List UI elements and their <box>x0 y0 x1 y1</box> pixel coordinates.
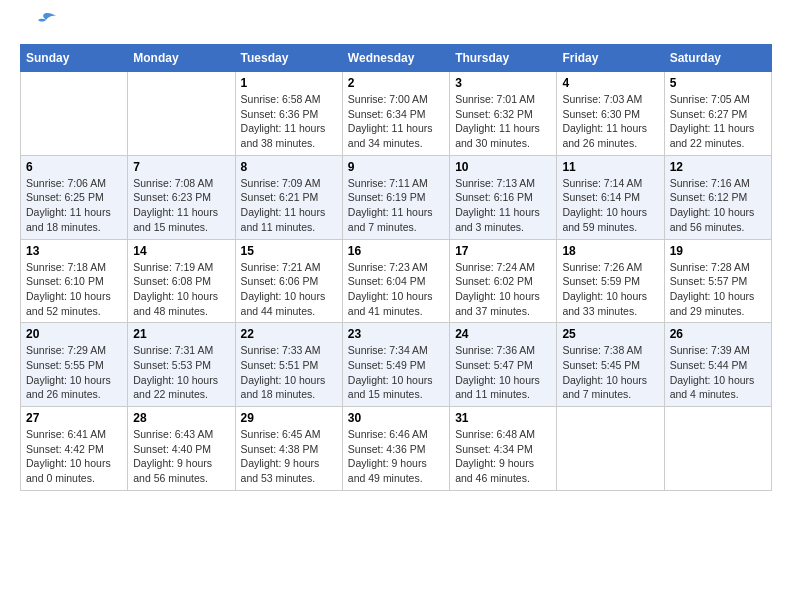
day-info: Sunrise: 6:41 AMSunset: 4:42 PMDaylight:… <box>26 427 122 486</box>
day-number: 10 <box>455 160 551 174</box>
day-number: 8 <box>241 160 337 174</box>
day-info: Sunrise: 7:01 AMSunset: 6:32 PMDaylight:… <box>455 92 551 151</box>
weekday-header: Tuesday <box>235 45 342 72</box>
calendar-cell: 9Sunrise: 7:11 AMSunset: 6:19 PMDaylight… <box>342 155 449 239</box>
day-number: 23 <box>348 327 444 341</box>
calendar-cell: 4Sunrise: 7:03 AMSunset: 6:30 PMDaylight… <box>557 72 664 156</box>
calendar-cell: 5Sunrise: 7:05 AMSunset: 6:27 PMDaylight… <box>664 72 771 156</box>
calendar-cell: 29Sunrise: 6:45 AMSunset: 4:38 PMDayligh… <box>235 407 342 491</box>
day-number: 21 <box>133 327 229 341</box>
day-info: Sunrise: 7:06 AMSunset: 6:25 PMDaylight:… <box>26 176 122 235</box>
day-number: 27 <box>26 411 122 425</box>
weekday-header: Wednesday <box>342 45 449 72</box>
day-info: Sunrise: 7:16 AMSunset: 6:12 PMDaylight:… <box>670 176 766 235</box>
day-number: 6 <box>26 160 122 174</box>
weekday-header: Friday <box>557 45 664 72</box>
calendar-week-row: 6Sunrise: 7:06 AMSunset: 6:25 PMDaylight… <box>21 155 772 239</box>
calendar-cell: 19Sunrise: 7:28 AMSunset: 5:57 PMDayligh… <box>664 239 771 323</box>
calendar-cell: 24Sunrise: 7:36 AMSunset: 5:47 PMDayligh… <box>450 323 557 407</box>
day-info: Sunrise: 7:23 AMSunset: 6:04 PMDaylight:… <box>348 260 444 319</box>
day-info: Sunrise: 7:08 AMSunset: 6:23 PMDaylight:… <box>133 176 229 235</box>
day-number: 24 <box>455 327 551 341</box>
day-info: Sunrise: 7:36 AMSunset: 5:47 PMDaylight:… <box>455 343 551 402</box>
day-number: 5 <box>670 76 766 90</box>
weekday-header: Thursday <box>450 45 557 72</box>
day-info: Sunrise: 6:58 AMSunset: 6:36 PMDaylight:… <box>241 92 337 151</box>
day-info: Sunrise: 6:43 AMSunset: 4:40 PMDaylight:… <box>133 427 229 486</box>
calendar-cell: 31Sunrise: 6:48 AMSunset: 4:34 PMDayligh… <box>450 407 557 491</box>
calendar-cell: 17Sunrise: 7:24 AMSunset: 6:02 PMDayligh… <box>450 239 557 323</box>
day-number: 15 <box>241 244 337 258</box>
day-info: Sunrise: 6:48 AMSunset: 4:34 PMDaylight:… <box>455 427 551 486</box>
calendar-cell: 3Sunrise: 7:01 AMSunset: 6:32 PMDaylight… <box>450 72 557 156</box>
day-number: 11 <box>562 160 658 174</box>
day-info: Sunrise: 7:03 AMSunset: 6:30 PMDaylight:… <box>562 92 658 151</box>
day-info: Sunrise: 7:29 AMSunset: 5:55 PMDaylight:… <box>26 343 122 402</box>
calendar-cell: 16Sunrise: 7:23 AMSunset: 6:04 PMDayligh… <box>342 239 449 323</box>
day-number: 19 <box>670 244 766 258</box>
calendar-cell <box>21 72 128 156</box>
day-info: Sunrise: 7:34 AMSunset: 5:49 PMDaylight:… <box>348 343 444 402</box>
logo-bird-icon <box>24 12 56 34</box>
calendar-cell: 15Sunrise: 7:21 AMSunset: 6:06 PMDayligh… <box>235 239 342 323</box>
day-info: Sunrise: 7:33 AMSunset: 5:51 PMDaylight:… <box>241 343 337 402</box>
calendar-week-row: 27Sunrise: 6:41 AMSunset: 4:42 PMDayligh… <box>21 407 772 491</box>
day-number: 4 <box>562 76 658 90</box>
day-number: 1 <box>241 76 337 90</box>
calendar-cell: 26Sunrise: 7:39 AMSunset: 5:44 PMDayligh… <box>664 323 771 407</box>
day-info: Sunrise: 7:26 AMSunset: 5:59 PMDaylight:… <box>562 260 658 319</box>
calendar-cell: 2Sunrise: 7:00 AMSunset: 6:34 PMDaylight… <box>342 72 449 156</box>
day-number: 18 <box>562 244 658 258</box>
calendar-cell: 27Sunrise: 6:41 AMSunset: 4:42 PMDayligh… <box>21 407 128 491</box>
day-info: Sunrise: 7:09 AMSunset: 6:21 PMDaylight:… <box>241 176 337 235</box>
day-number: 22 <box>241 327 337 341</box>
calendar-cell: 21Sunrise: 7:31 AMSunset: 5:53 PMDayligh… <box>128 323 235 407</box>
calendar-cell: 25Sunrise: 7:38 AMSunset: 5:45 PMDayligh… <box>557 323 664 407</box>
calendar-cell: 20Sunrise: 7:29 AMSunset: 5:55 PMDayligh… <box>21 323 128 407</box>
calendar-cell: 12Sunrise: 7:16 AMSunset: 6:12 PMDayligh… <box>664 155 771 239</box>
day-number: 28 <box>133 411 229 425</box>
day-info: Sunrise: 7:00 AMSunset: 6:34 PMDaylight:… <box>348 92 444 151</box>
calendar-cell: 1Sunrise: 6:58 AMSunset: 6:36 PMDaylight… <box>235 72 342 156</box>
day-info: Sunrise: 7:31 AMSunset: 5:53 PMDaylight:… <box>133 343 229 402</box>
calendar-cell: 28Sunrise: 6:43 AMSunset: 4:40 PMDayligh… <box>128 407 235 491</box>
day-number: 25 <box>562 327 658 341</box>
day-number: 17 <box>455 244 551 258</box>
logo <box>20 20 56 34</box>
day-info: Sunrise: 7:38 AMSunset: 5:45 PMDaylight:… <box>562 343 658 402</box>
day-info: Sunrise: 7:24 AMSunset: 6:02 PMDaylight:… <box>455 260 551 319</box>
day-number: 3 <box>455 76 551 90</box>
calendar-cell: 10Sunrise: 7:13 AMSunset: 6:16 PMDayligh… <box>450 155 557 239</box>
calendar-cell <box>128 72 235 156</box>
calendar-header-row: SundayMondayTuesdayWednesdayThursdayFrid… <box>21 45 772 72</box>
day-number: 14 <box>133 244 229 258</box>
day-number: 26 <box>670 327 766 341</box>
day-info: Sunrise: 7:05 AMSunset: 6:27 PMDaylight:… <box>670 92 766 151</box>
day-number: 13 <box>26 244 122 258</box>
calendar-cell: 11Sunrise: 7:14 AMSunset: 6:14 PMDayligh… <box>557 155 664 239</box>
page-header <box>20 20 772 34</box>
calendar-week-row: 13Sunrise: 7:18 AMSunset: 6:10 PMDayligh… <box>21 239 772 323</box>
day-info: Sunrise: 7:14 AMSunset: 6:14 PMDaylight:… <box>562 176 658 235</box>
day-info: Sunrise: 6:45 AMSunset: 4:38 PMDaylight:… <box>241 427 337 486</box>
day-info: Sunrise: 7:11 AMSunset: 6:19 PMDaylight:… <box>348 176 444 235</box>
day-info: Sunrise: 7:39 AMSunset: 5:44 PMDaylight:… <box>670 343 766 402</box>
day-number: 29 <box>241 411 337 425</box>
calendar-cell: 18Sunrise: 7:26 AMSunset: 5:59 PMDayligh… <box>557 239 664 323</box>
day-number: 31 <box>455 411 551 425</box>
day-number: 12 <box>670 160 766 174</box>
calendar-table: SundayMondayTuesdayWednesdayThursdayFrid… <box>20 44 772 491</box>
calendar-cell: 14Sunrise: 7:19 AMSunset: 6:08 PMDayligh… <box>128 239 235 323</box>
day-info: Sunrise: 7:13 AMSunset: 6:16 PMDaylight:… <box>455 176 551 235</box>
day-info: Sunrise: 6:46 AMSunset: 4:36 PMDaylight:… <box>348 427 444 486</box>
calendar-week-row: 1Sunrise: 6:58 AMSunset: 6:36 PMDaylight… <box>21 72 772 156</box>
calendar-cell: 23Sunrise: 7:34 AMSunset: 5:49 PMDayligh… <box>342 323 449 407</box>
calendar-cell: 30Sunrise: 6:46 AMSunset: 4:36 PMDayligh… <box>342 407 449 491</box>
weekday-header: Monday <box>128 45 235 72</box>
day-number: 9 <box>348 160 444 174</box>
calendar-week-row: 20Sunrise: 7:29 AMSunset: 5:55 PMDayligh… <box>21 323 772 407</box>
weekday-header: Sunday <box>21 45 128 72</box>
day-info: Sunrise: 7:28 AMSunset: 5:57 PMDaylight:… <box>670 260 766 319</box>
day-number: 2 <box>348 76 444 90</box>
calendar-cell: 7Sunrise: 7:08 AMSunset: 6:23 PMDaylight… <box>128 155 235 239</box>
